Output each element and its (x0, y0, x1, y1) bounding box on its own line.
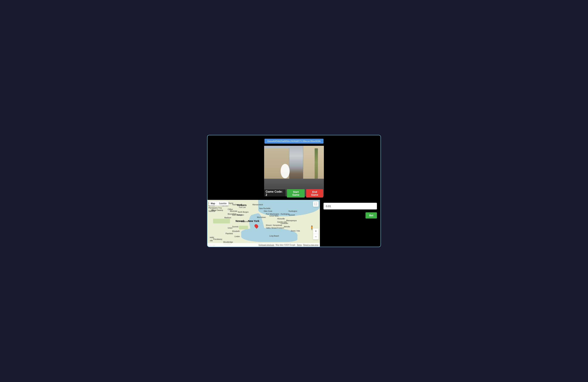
map-tab-satellite[interactable]: Satellite (217, 201, 229, 206)
city-label-fort-lee: Fort Lee (239, 206, 246, 208)
fullscreen-icon: ⛶ (315, 203, 317, 206)
street-view-image (264, 146, 324, 196)
city-label-hoboken: Hoboken (237, 214, 244, 216)
bottom-section: Mamaroneck Yonkers Wayne Paterson Dover … (208, 200, 380, 247)
game-code-text: Game Code: 2 (264, 189, 286, 197)
map-water-harbor (241, 228, 297, 242)
street-view-container: Game Code: 2 Start Game End Game (264, 146, 324, 196)
city-label-great-swamp: Great Swamp (212, 209, 223, 211)
map-marker (255, 224, 258, 228)
city-label-elizabeth: Elizabeth (232, 230, 240, 232)
wallet-address-button[interactable]: 0xea4bf58d2fa895bc260fddf27c39ececf6be86… (265, 139, 324, 144)
keyboard-shortcuts-link[interactable]: Keyboard shortcuts (258, 244, 274, 246)
city-label-bayonne: Bayonne (241, 220, 248, 223)
city-label-national: National (209, 210, 215, 212)
city-label-elmont: Elmont (266, 224, 272, 226)
game-code-bar: Game Code: 2 Start Game End Game (264, 190, 324, 197)
map-area[interactable]: Mamaroneck Yonkers Wayne Paterson Dover … (208, 200, 320, 247)
map-water-li-sound (258, 200, 320, 216)
city-label-linden: Linden (234, 235, 240, 237)
city-label-melville: Melville (284, 226, 290, 228)
bet-input[interactable] (323, 203, 377, 210)
city-label-hicksville: Hicksville (277, 218, 285, 220)
map-container[interactable]: Mamaroneck Yonkers Wayne Paterson Dover … (208, 200, 320, 247)
report-link[interactable]: Report a map error (303, 244, 318, 246)
city-label-water: water (210, 236, 214, 238)
zoom-out-button[interactable]: − (313, 234, 318, 239)
city-label-parsippany: Parsippany-Troy (209, 207, 222, 209)
city-label-summit: Summit (232, 226, 238, 228)
map-green-area (213, 219, 230, 223)
city-label-hackensack: Hackensack (232, 204, 242, 206)
top-section: 0xea4bf58d2fa895bc260fddf27c39ececf6be86… (208, 135, 380, 200)
city-label-union: Union (228, 227, 232, 229)
right-panel: Bet (320, 200, 380, 247)
city-label-montclair: Montclair (230, 210, 237, 212)
map-footer: Keyboard shortcuts Map data ©2024 Google… (208, 243, 320, 247)
city-label-clifton: Clifton (228, 208, 233, 210)
terms-link[interactable]: Terms (297, 244, 302, 246)
city-label-wayne: Wayne (228, 202, 233, 204)
start-game-button[interactable]: Start Game (287, 189, 305, 197)
map-green-area-2 (239, 226, 248, 229)
city-label-madison: Madison (224, 217, 231, 219)
city-label-hempstead: Hempstead (273, 224, 282, 226)
city-label-north-bergen: North Bergen (238, 211, 249, 213)
city-label-bloomfield: Bloomfield (228, 213, 236, 215)
city-label-piscataway: Piscataway (213, 238, 222, 240)
map-background: Mamaroneck Yonkers Wayne Paterson Dover … (208, 200, 320, 247)
map-data-label: Map data ©2024 Google (276, 244, 295, 246)
city-label-massapequa: Massapequa (286, 220, 296, 222)
zoom-controls[interactable]: + − (313, 229, 318, 239)
fullscreen-button[interactable]: ⛶ (313, 201, 318, 207)
map-view-toggle[interactable]: Map Satellite (209, 201, 229, 206)
end-game-button[interactable]: End Game (306, 189, 323, 197)
city-label-levittown: Levittown (281, 222, 288, 224)
city-label-hills: Hills (211, 209, 214, 211)
city-label-garden-city: Garden City (277, 221, 287, 223)
bet-button[interactable]: Bet (365, 212, 377, 218)
city-label-east-orange: East Orange (232, 214, 242, 216)
city-label-woodbridge: Woodbridge (223, 241, 233, 243)
zoom-in-button[interactable]: + (313, 229, 318, 234)
city-label-newark: Newark (235, 220, 245, 223)
city-label-plainfield: Plainfield (225, 233, 233, 235)
city-label-yonkers: Yonkers (237, 204, 247, 207)
app-container: 0xea4bf58d2fa895bc260fddf27c39ececf6be86… (207, 135, 381, 247)
map-tab-map[interactable]: Map (209, 201, 217, 206)
city-label-ville: ville (210, 240, 213, 242)
